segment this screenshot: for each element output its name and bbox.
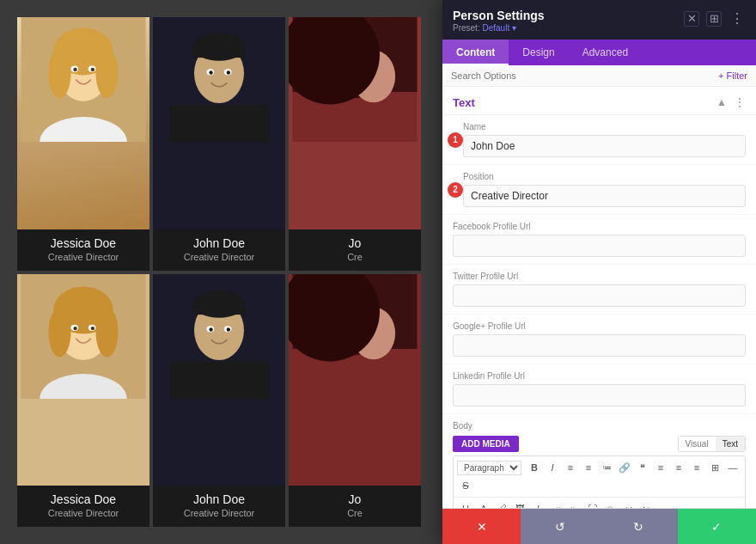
panel-header-icons: ✕ ⊞ ⋮ <box>684 10 746 27</box>
table-button[interactable]: ⊞ <box>706 459 723 476</box>
svg-point-25 <box>58 297 110 360</box>
svg-point-39 <box>207 326 215 332</box>
tab-design[interactable]: Design <box>509 40 568 65</box>
person-card[interactable]: John Doe Creative Director <box>153 17 285 271</box>
svg-point-47 <box>289 274 380 362</box>
redo-editor-button[interactable]: ↪ <box>637 500 655 508</box>
twitter-input[interactable] <box>453 284 746 307</box>
paragraph-select[interactable]: Paragraph <box>457 461 521 475</box>
panel-footer: ✕ ↺ ↻ ✓ <box>442 508 756 544</box>
person-card[interactable]: Jo Cre <box>289 274 421 528</box>
svg-rect-38 <box>193 302 246 315</box>
text-bg-button[interactable]: 🖊 <box>493 500 510 508</box>
cancel-button[interactable]: ✕ <box>442 509 521 544</box>
person-title: Creative Director <box>22 252 144 262</box>
preset-link[interactable]: Default ▾ <box>482 23 515 33</box>
person-card[interactable]: Jessica Doe Creative Director <box>17 274 149 528</box>
svg-rect-35 <box>169 361 269 399</box>
body-label: Body <box>453 421 746 431</box>
position-input[interactable] <box>463 185 746 207</box>
svg-point-13 <box>193 34 246 61</box>
svg-point-23 <box>289 17 380 105</box>
visual-tab[interactable]: Visual <box>679 437 716 451</box>
link-button[interactable]: 🔗 <box>616 459 633 476</box>
settings-panel: Person Settings Preset: Default ▾ ✕ ⊞ ⋮ … <box>442 0 756 544</box>
svg-point-5 <box>40 117 127 142</box>
panel-search: + Filter <box>442 65 756 87</box>
bold-button[interactable]: B <box>526 459 543 476</box>
person-card[interactable]: John Doe Creative Director <box>153 274 285 528</box>
minimize-icon[interactable]: ✕ <box>684 11 699 27</box>
person-title: Creative Director <box>22 508 144 518</box>
svg-rect-10 <box>157 17 282 142</box>
underline-button[interactable]: U <box>457 500 474 508</box>
svg-rect-44 <box>293 274 418 349</box>
visual-text-toggle: Visual Text <box>678 436 746 452</box>
svg-point-41 <box>209 327 212 331</box>
fullscreen-button[interactable]: ⛶ <box>583 500 601 508</box>
person-card[interactable]: Jessica Doe Creative Director <box>17 17 149 271</box>
strikethrough2-button[interactable]: S <box>457 477 474 494</box>
align-left-button[interactable]: ≡ <box>652 459 669 476</box>
collapse-icon[interactable]: ▲ <box>716 96 727 108</box>
image-insert-button[interactable]: 🖼 <box>511 500 528 508</box>
person-name: John Doe <box>158 236 280 250</box>
redo-button[interactable]: ↻ <box>600 509 678 544</box>
ordered-list-button[interactable]: ≔ <box>598 459 615 476</box>
svg-point-30 <box>71 324 79 330</box>
svg-point-27 <box>48 307 70 357</box>
svg-point-28 <box>96 307 119 357</box>
tab-content[interactable]: Content <box>442 40 509 65</box>
svg-point-6 <box>71 66 79 72</box>
svg-rect-24 <box>21 274 146 399</box>
strikethrough-button[interactable]: ≡ <box>562 459 579 476</box>
blockquote-button[interactable]: ❝ <box>634 459 651 476</box>
align-center-button[interactable]: ≡ <box>670 459 687 476</box>
googleplus-input[interactable] <box>453 334 746 357</box>
editor-toolbar: Paragraph B I ≡ ≡ ≔ 🔗 ❝ ≡ ≡ ≡ ⊞ — S <box>453 455 746 508</box>
search-input[interactable] <box>451 70 718 81</box>
name-input[interactable] <box>463 135 746 157</box>
align-right-button[interactable]: ≡ <box>688 459 705 476</box>
outdent-button[interactable]: ⇤ <box>565 500 582 508</box>
section-more-icon[interactable]: ⋮ <box>734 95 746 109</box>
emoji-button[interactable]: ☺ <box>601 500 619 508</box>
toolbar-row-2: U A 🖊 🖼 I ⇥ ⇤ ⛶ ☺ ↩ ↪ <box>454 498 745 508</box>
person-title: Cre <box>294 252 416 262</box>
undo-editor-button[interactable]: ↩ <box>619 500 637 508</box>
person-name: Jo <box>294 236 416 250</box>
save-button[interactable]: ✓ <box>678 509 756 544</box>
person-title: Creative Director <box>158 252 280 262</box>
facebook-input[interactable] <box>453 235 746 257</box>
tab-advanced[interactable]: Advanced <box>569 40 642 65</box>
svg-point-16 <box>224 69 232 75</box>
position-badge: 2 <box>448 182 463 198</box>
twitter-field-group: Twitter Profile Url <box>442 265 756 315</box>
unordered-list-button[interactable]: ≡ <box>580 459 597 476</box>
text-color-button[interactable]: A <box>475 500 492 508</box>
expand-icon[interactable]: ⊞ <box>706 11 722 27</box>
text-section-header: Text ▲ ⋮ <box>442 87 756 115</box>
svg-point-9 <box>91 68 94 71</box>
filter-button[interactable]: + Filter <box>718 70 747 81</box>
horizontal-rule-button[interactable]: — <box>724 459 741 476</box>
more-options-icon[interactable]: ⋮ <box>729 10 746 27</box>
person-title: Creative Director <box>158 508 280 518</box>
indent-button[interactable]: ⇥ <box>547 500 564 508</box>
svg-point-15 <box>207 69 215 75</box>
italic-button[interactable]: I <box>544 459 561 476</box>
svg-point-12 <box>194 43 244 103</box>
linkedin-input[interactable] <box>453 384 746 406</box>
add-media-button[interactable]: ADD MEDIA <box>453 436 519 452</box>
text-tab[interactable]: Text <box>716 437 745 451</box>
name-badge: 1 <box>448 132 463 148</box>
svg-point-7 <box>88 66 96 72</box>
panel-title: Person Settings <box>453 9 545 22</box>
svg-point-18 <box>227 70 230 74</box>
svg-point-21 <box>305 17 405 98</box>
person-card[interactable]: Jo Cre <box>289 17 421 271</box>
italic2-button[interactable]: I <box>529 500 546 508</box>
undo-button[interactable]: ↺ <box>521 509 599 544</box>
svg-rect-0 <box>21 17 146 142</box>
linkedin-field-group: Linkedin Profile Url <box>442 364 756 414</box>
